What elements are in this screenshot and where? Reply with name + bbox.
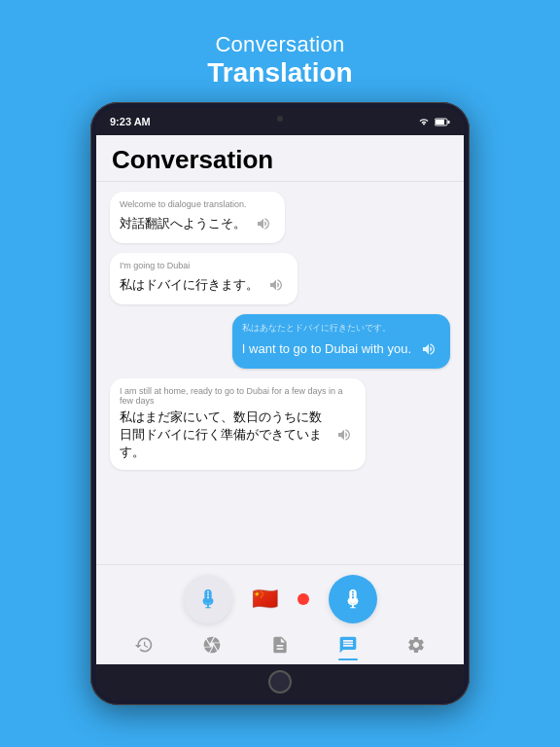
bubble-content: 私はまだ家にいて、数日のうちに数日間ドバイに行く準備ができています。 bbox=[120, 409, 356, 462]
tablet-bottom-bar bbox=[96, 664, 464, 699]
speaker-button[interactable] bbox=[417, 338, 440, 361]
app-background: Conversation Translation 9:23 AM bbox=[90, 42, 470, 705]
bubble-label: I am still at home, ready to go to Dubai… bbox=[120, 386, 356, 406]
speaker-button[interactable] bbox=[264, 273, 288, 297]
left-microphone-button[interactable] bbox=[184, 575, 232, 623]
tablet-frame: 9:23 AM bbox=[90, 102, 470, 705]
svg-rect-2 bbox=[448, 121, 450, 124]
tab-bar bbox=[110, 629, 450, 658]
tab-settings[interactable] bbox=[399, 633, 434, 657]
bubble-text: 対話翻訳へようこそ。 bbox=[120, 215, 246, 232]
tab-text[interactable] bbox=[262, 633, 298, 657]
bubble-label: 私はあなたとドバイに行きたいです。 bbox=[242, 322, 440, 335]
screen-content: Conversation Welcome to dialogue transla… bbox=[96, 135, 464, 664]
screen-title: Conversation bbox=[112, 145, 448, 175]
header-subtitle: Conversation bbox=[90, 32, 470, 57]
bottom-bar: 🇨🇳 bbox=[96, 564, 464, 664]
battery-icon bbox=[435, 118, 450, 126]
recording-indicator bbox=[298, 593, 309, 605]
speaker-button[interactable] bbox=[252, 212, 275, 235]
tab-camera[interactable] bbox=[194, 633, 229, 657]
language-flag[interactable]: 🇨🇳 bbox=[252, 587, 278, 612]
screen-header: Conversation bbox=[96, 135, 464, 182]
header-section: Conversation Translation bbox=[90, 32, 470, 89]
tab-history[interactable] bbox=[126, 633, 161, 657]
wifi-icon bbox=[417, 117, 431, 126]
chat-area: Welcome to dialogue translation. 対話翻訳へよう… bbox=[96, 182, 464, 564]
bubble-content: I want to go to Dubai with you. bbox=[242, 338, 440, 361]
message-bubble: Welcome to dialogue translation. 対話翻訳へよう… bbox=[110, 192, 285, 243]
header-title: Translation bbox=[90, 57, 470, 89]
bubble-content: 対話翻訳へようこそ。 bbox=[120, 212, 275, 235]
mic-row: 🇨🇳 bbox=[110, 575, 450, 623]
message-bubble: 私はあなたとドバイに行きたいです。 I want to go to Dubai … bbox=[232, 314, 450, 369]
svg-rect-1 bbox=[436, 120, 444, 124]
bubble-text: I want to go to Dubai with you. bbox=[242, 340, 411, 358]
right-microphone-button[interactable] bbox=[329, 575, 377, 623]
home-button[interactable] bbox=[268, 670, 292, 694]
status-time: 9:23 AM bbox=[110, 116, 151, 127]
tab-conversation[interactable] bbox=[331, 633, 366, 657]
camera-dot bbox=[277, 116, 283, 122]
tablet-inner: 9:23 AM bbox=[96, 108, 464, 699]
status-icons bbox=[417, 117, 450, 126]
status-bar: 9:23 AM bbox=[96, 108, 464, 135]
bubble-label: Welcome to dialogue translation. bbox=[120, 199, 275, 209]
message-bubble: I am still at home, ready to go to Dubai… bbox=[110, 378, 366, 470]
speaker-button[interactable] bbox=[332, 423, 356, 446]
bubble-label: I'm going to Dubai bbox=[120, 261, 288, 270]
message-bubble: I'm going to Dubai 私はドバイに行きます。 bbox=[110, 253, 298, 304]
bubble-text: 私はドバイに行きます。 bbox=[120, 276, 259, 294]
bubble-text: 私はまだ家にいて、数日のうちに数日間ドバイに行く準備ができています。 bbox=[120, 409, 327, 462]
bubble-content: 私はドバイに行きます。 bbox=[120, 273, 288, 297]
